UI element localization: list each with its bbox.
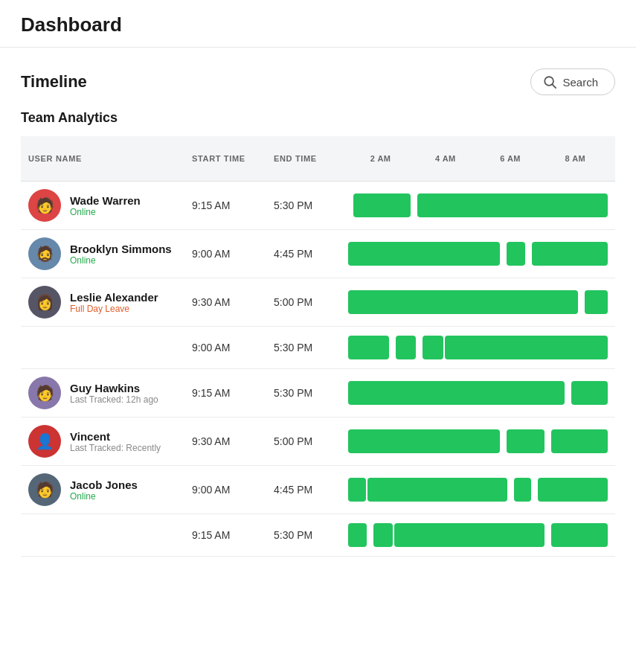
page-title: Dashboard [21,13,615,36]
hour-label: 6 AM [478,145,543,172]
end-time: 5:30 PM [266,182,341,230]
col-header-start: START TIME [184,136,266,182]
col-header-end: END TIME [266,136,341,182]
avatar: 🧔 [28,237,61,270]
timeline-table: USER NAME START TIME END TIME 2 AM4 AM6 … [21,136,615,557]
bar-segment [423,336,443,359]
bar-segment [551,429,608,453]
start-time: 9:30 AM [184,278,266,327]
col-header-user: USER NAME [21,136,184,182]
user-status: Online [70,491,138,502]
user-name: Guy Hawkins [70,382,158,394]
bar-segment [538,478,608,502]
timeline-bar-container [348,334,608,361]
bar-segment [348,242,500,266]
user-status: Last Tracked: Recently [70,443,161,453]
timeline-title: Timeline [21,72,87,92]
table-row: 👤VincentLast Tracked: Recently9:30 AM5:0… [21,417,615,466]
bar-segment [551,523,608,547]
user-cell: 👤VincentLast Tracked: Recently [21,417,184,466]
search-icon [543,75,556,89]
bar-segment [394,523,545,547]
bar-segment [348,290,578,314]
end-time: 5:00 PM [266,417,341,466]
bar-segment [373,523,392,547]
bar-segment [507,429,545,453]
start-time-secondary: 9:00 AM [184,327,266,369]
user-status: Online [70,255,172,266]
end-time: 5:30 PM [266,514,341,557]
search-button[interactable]: Search [530,68,615,95]
start-time: 9:15 AM [184,514,266,557]
user-name: Brooklyn Simmons [70,243,172,255]
timeline-bar-container [348,428,608,455]
timeline-bar-container [348,522,608,548]
user-cell: 🧑Jacob JonesOnline [21,466,184,514]
user-cell: 🧔Brooklyn SimmonsOnline [21,230,184,278]
col-header-timeline: 2 AM4 AM6 AM8 AM [341,136,615,182]
bar-cell [341,514,615,557]
timeline-bar-container [348,476,608,503]
user-cell: 🧑Guy HawkinsLast Tracked: 12h ago [21,369,184,417]
table-row: 👩Leslie AlexanderFull Day Leave9:30 AM5:… [21,278,615,327]
timeline-bar-container [348,192,608,219]
user-name: Jacob Jones [70,479,138,491]
user-name: Leslie Alexander [70,291,158,304]
table-row: 🧑Wade WarrenOnline9:15 AM5:30 PM [21,182,615,230]
svg-line-1 [553,85,556,89]
avatar: 🧑 [28,189,61,222]
table-row: 9:15 AM5:30 PM [21,514,615,557]
bar-segment [348,336,389,359]
avatar: 👤 [28,425,61,458]
avatar: 👩 [28,286,61,319]
start-time: 9:00 AM [184,230,266,278]
start-time: 9:30 AM [184,417,266,466]
user-status: Full Day Leave [70,304,158,314]
empty-cell [21,327,184,369]
bar-cell [341,278,615,327]
user-name: Vincent [70,430,161,443]
end-time: 5:00 PM [266,278,341,327]
start-time: 9:15 AM [184,182,266,230]
table-row: 🧑Jacob JonesOnline9:00 AM4:45 PM [21,466,615,514]
bar-segment [348,478,366,502]
hour-label: 2 AM [348,145,413,172]
bar-segment [417,193,608,217]
bar-segment [348,381,565,405]
user-status: Online [70,207,141,217]
user-cell: 🧑Wade WarrenOnline [21,182,184,230]
bar-cell [341,369,615,417]
user-name: Wade Warren [70,194,141,207]
page-header: Dashboard [0,0,636,48]
start-time: 9:00 AM [184,466,266,514]
bar-segment [396,336,416,359]
start-time: 9:15 AM [184,369,266,417]
bar-cell [341,230,615,278]
bar-cell-secondary [341,327,615,369]
avatar: 🧑 [28,377,61,409]
timeline-bar-container [348,240,608,267]
bar-segment [514,478,532,502]
bar-segment [367,478,507,502]
bar-segment [585,290,608,314]
bar-segment [348,523,367,547]
search-label: Search [562,76,598,89]
hour-label: 4 AM [413,145,478,172]
table-header-row: USER NAME START TIME END TIME 2 AM4 AM6 … [21,136,615,182]
end-time: 4:45 PM [266,230,341,278]
team-analytics-label: Team Analytics [21,110,615,126]
bar-segment [445,336,608,359]
hour-label: 8 AM [543,145,608,172]
bar-segment [348,429,500,453]
end-time: 5:30 PM [266,369,341,417]
timeline-bar-container [348,380,608,406]
avatar: 🧑 [28,473,61,506]
end-time-secondary: 5:30 PM [266,327,341,369]
table-row: 🧑Guy HawkinsLast Tracked: 12h ago9:15 AM… [21,369,615,417]
user-cell: 👩Leslie AlexanderFull Day Leave [21,278,184,327]
bar-segment [353,193,411,217]
timeline-bar-container [348,289,608,316]
table-row: 🧔Brooklyn SimmonsOnline9:00 AM4:45 PM [21,230,615,278]
bar-segment [571,381,608,405]
table-row-secondary: 9:00 AM5:30 PM [21,327,615,369]
